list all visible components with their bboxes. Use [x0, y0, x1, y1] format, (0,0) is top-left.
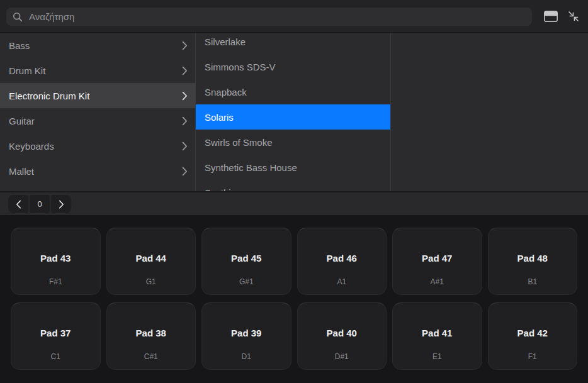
- drum-pads-area: Pad 43 F#1 Pad 44 G1 Pad 45 G#1 Pad 46 A…: [0, 215, 588, 383]
- pad-48[interactable]: Pad 48 B1: [488, 228, 578, 295]
- pad-note: E1: [433, 352, 442, 361]
- category-label: Electronic Drum Kit: [9, 91, 177, 101]
- pad-45[interactable]: Pad 45 G#1: [201, 228, 291, 295]
- patch-item-synthetic-bass-house[interactable]: Synthetic Bass House: [196, 155, 390, 180]
- patch-label: Synthetic Bass House: [205, 162, 383, 173]
- pad-note: A1: [337, 277, 346, 286]
- patch-label: Swirls of Smoke: [205, 137, 383, 148]
- pad-label: Pad 44: [136, 253, 166, 264]
- chevron-right-icon: [182, 142, 188, 151]
- pad-46[interactable]: Pad 46 A1: [297, 228, 387, 295]
- browser-view-toggle-button[interactable]: [541, 7, 560, 26]
- chevron-left-icon: [16, 200, 21, 209]
- patch-label: Silverlake: [205, 36, 383, 47]
- chevron-right-icon: [59, 200, 64, 209]
- bank-previous-button[interactable]: [8, 195, 28, 213]
- pad-note: D#1: [335, 352, 349, 361]
- pad-label: Pad 38: [136, 328, 166, 338]
- pad-44[interactable]: Pad 44 G1: [106, 228, 196, 295]
- chevron-right-icon: [182, 167, 188, 176]
- bank-next-button[interactable]: [51, 195, 71, 213]
- pad-note: C#1: [144, 352, 158, 361]
- pad-note: G1: [146, 277, 156, 286]
- category-label: Guitar: [9, 116, 177, 126]
- category-item-drum-kit[interactable]: Drum Kit: [0, 58, 195, 83]
- pad-bank-pager: 0: [8, 195, 71, 213]
- category-item-guitar[interactable]: Guitar: [0, 108, 195, 133]
- split-window-icon: [544, 11, 558, 22]
- collapse-browser-button[interactable]: [564, 7, 583, 26]
- pad-label: Pad 42: [517, 328, 548, 338]
- pad-40[interactable]: Pad 40 D#1: [297, 303, 387, 370]
- patch-label: Simmons SDS-V: [205, 62, 383, 72]
- patch-item-snapback[interactable]: Snapback: [196, 79, 390, 104]
- chevron-right-icon: [182, 91, 188, 101]
- patch-label: Synthie: [205, 187, 383, 192]
- pad-note: F#1: [49, 277, 62, 286]
- pad-grid: Pad 43 F#1 Pad 44 G1 Pad 45 G#1 Pad 46 A…: [11, 228, 577, 370]
- topbar: [0, 0, 588, 33]
- patch-label: Solaris: [205, 112, 383, 123]
- category-label: Mallet: [9, 166, 177, 177]
- pad-bank-bar: 0: [0, 192, 588, 215]
- pad-label: Pad 41: [422, 328, 452, 338]
- chevron-right-icon: [182, 66, 188, 75]
- pad-label: Pad 46: [327, 253, 357, 264]
- pad-43[interactable]: Pad 43 F#1: [11, 228, 101, 295]
- pad-label: Pad 40: [327, 328, 357, 338]
- patch-item-synthie[interactable]: Synthie: [196, 180, 390, 191]
- pad-37[interactable]: Pad 37 C1: [11, 303, 101, 370]
- category-item-keyboards[interactable]: Keyboards: [0, 133, 195, 158]
- category-label: Bass: [9, 40, 177, 51]
- pad-label: Pad 43: [40, 253, 71, 264]
- browser-panel: Bass Drum Kit Electronic Drum Kit Guitar…: [0, 33, 588, 192]
- pad-note: F1: [528, 352, 537, 361]
- category-item-electronic-drum-kit[interactable]: Electronic Drum Kit: [0, 83, 195, 108]
- pad-note: A#1: [431, 277, 444, 286]
- pad-note: B1: [528, 277, 537, 286]
- collapse-icon: [567, 9, 580, 23]
- search-input[interactable]: [28, 11, 526, 23]
- search-field[interactable]: [6, 8, 532, 26]
- patch-label: Snapback: [205, 87, 383, 97]
- category-column: Bass Drum Kit Electronic Drum Kit Guitar…: [0, 33, 196, 191]
- patch-item-simmons-sds-v[interactable]: Simmons SDS-V: [196, 54, 390, 79]
- category-label: Keyboards: [9, 141, 177, 152]
- patch-item-silverlake[interactable]: Silverlake: [196, 33, 390, 54]
- chevron-right-icon: [182, 41, 188, 50]
- pad-label: Pad 37: [40, 328, 71, 338]
- pad-38[interactable]: Pad 38 C#1: [106, 303, 196, 370]
- pad-39[interactable]: Pad 39 D1: [201, 303, 291, 370]
- pad-note: G#1: [239, 277, 254, 286]
- patch-column: Silverlake Simmons SDS-V Snapback Solari…: [196, 33, 391, 191]
- bank-value: 0: [30, 195, 50, 213]
- patch-list: Silverlake Simmons SDS-V Snapback Solari…: [196, 33, 390, 191]
- pad-note: D1: [242, 352, 251, 361]
- pad-41[interactable]: Pad 41 E1: [392, 303, 482, 370]
- category-label: Drum Kit: [9, 65, 177, 76]
- category-item-bass[interactable]: Bass: [0, 33, 195, 58]
- patch-item-solaris[interactable]: Solaris: [196, 104, 390, 130]
- detail-column-empty: [391, 33, 588, 191]
- category-item-mallet[interactable]: Mallet: [0, 158, 195, 184]
- pad-47[interactable]: Pad 47 A#1: [392, 228, 482, 295]
- pad-42[interactable]: Pad 42 F1: [488, 303, 578, 370]
- pad-label: Pad 45: [231, 253, 261, 264]
- patch-item-swirls-of-smoke[interactable]: Swirls of Smoke: [196, 130, 390, 155]
- sound-browser-window: Bass Drum Kit Electronic Drum Kit Guitar…: [0, 0, 588, 383]
- pad-label: Pad 47: [422, 253, 452, 264]
- pad-note: C1: [51, 352, 60, 361]
- chevron-right-icon: [182, 116, 188, 126]
- pad-label: Pad 39: [231, 328, 261, 338]
- search-icon: [13, 12, 23, 22]
- pad-label: Pad 48: [517, 253, 548, 264]
